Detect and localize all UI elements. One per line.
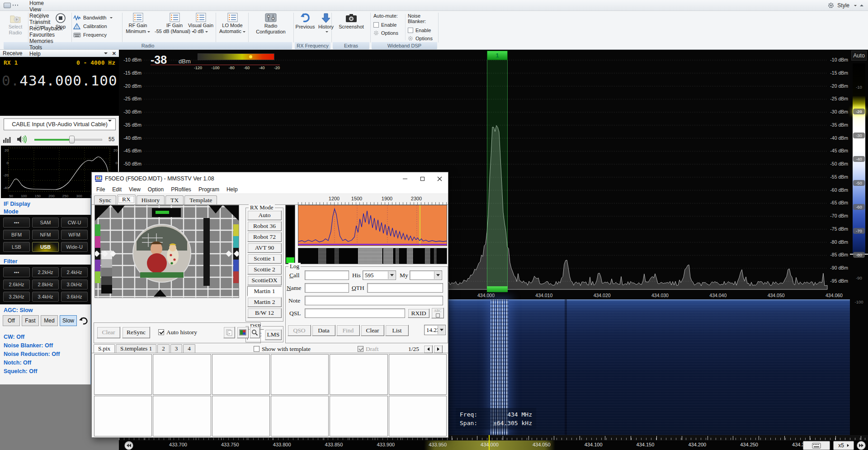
filter-button[interactable]: 2.4kHz xyxy=(61,267,88,277)
mode-button[interactable]: ••• xyxy=(3,218,30,227)
dsp-status-line[interactable]: Noise Blanker: Off xyxy=(4,342,60,349)
calibration-button[interactable]: Calibration xyxy=(73,22,121,30)
name-input[interactable] xyxy=(305,283,349,293)
color-scale-label[interactable]: -60 xyxy=(853,204,865,210)
color-scale-label[interactable]: -40 xyxy=(853,156,865,162)
mmsstv-window[interactable]: F5OEO (F5OEO.MDT) - MMSSTV Ver 1.08 File… xyxy=(91,172,448,438)
mmsstv-title-bar[interactable]: F5OEO (F5OEO.MDT) - MMSSTV Ver 1.08 xyxy=(92,172,448,185)
stored-picture-slot[interactable] xyxy=(271,396,329,436)
sstv-spectrum[interactable] xyxy=(298,205,447,246)
scroll-right-button[interactable] xyxy=(857,441,866,450)
filter-section-title[interactable]: Filter xyxy=(4,258,18,265)
quick-access-toolbar[interactable] xyxy=(0,0,23,10)
mode-button[interactable]: USB xyxy=(32,242,59,252)
stored-picture-slot[interactable] xyxy=(212,354,270,395)
dsp-status-line[interactable]: Noise Reduction: Off xyxy=(4,351,60,357)
color-scale-label[interactable]: -100 xyxy=(853,299,865,304)
ribbon-tab[interactable]: Help xyxy=(23,51,69,57)
frequency-button[interactable]: Frequency xyxy=(73,31,121,38)
frequency-entry-button[interactable] xyxy=(803,441,830,450)
mmsstv-tab[interactable]: Template xyxy=(184,195,217,204)
color-scale-label[interactable]: -20 xyxy=(853,109,865,114)
style-menu[interactable]: Style xyxy=(837,2,849,9)
ribbon-tab[interactable]: Tools xyxy=(23,44,69,51)
audio-device-select[interactable]: CABLE Input (VB-Audio Virtual Cable) xyxy=(4,118,116,130)
my-rst-select[interactable] xyxy=(410,270,442,280)
previous-button[interactable]: Previous xyxy=(295,13,316,42)
channel-highlight-column[interactable] xyxy=(487,60,508,286)
agc-section-title[interactable]: AGC: Slow xyxy=(4,307,33,313)
color-scale-label[interactable]: -50 xyxy=(853,180,865,186)
stored-picture-slot[interactable] xyxy=(330,354,387,395)
stored-picture-slot[interactable] xyxy=(389,354,447,395)
mode-button[interactable]: LSB xyxy=(3,242,30,252)
menu-item[interactable]: Help xyxy=(223,186,241,193)
mode-button[interactable]: CW-U xyxy=(61,218,88,227)
agc-button[interactable]: Med xyxy=(41,315,58,326)
auto-mute-enable[interactable]: Enable xyxy=(373,21,403,29)
resync-button[interactable]: ReSync xyxy=(122,327,150,338)
scroll-left-button[interactable] xyxy=(124,441,133,450)
dsp-status-line[interactable]: Squelch: Off xyxy=(4,368,60,374)
gear-icon[interactable] xyxy=(828,2,834,9)
speaker-icon[interactable] xyxy=(16,135,27,144)
mode-button[interactable]: SAM xyxy=(32,218,59,227)
rx-mode-button[interactable]: Robot 72 xyxy=(247,232,282,242)
ribbon-tab[interactable]: Favourites xyxy=(23,32,69,38)
filter-button[interactable]: ••• xyxy=(3,267,30,277)
stored-picture-slot[interactable] xyxy=(389,396,447,436)
ribbon-tab[interactable]: Home xyxy=(23,0,69,6)
menu-item[interactable]: View xyxy=(125,186,144,193)
mode-section-title[interactable]: Mode xyxy=(4,208,19,215)
filter-button[interactable]: 2.2kHz xyxy=(32,267,59,277)
rx-mode-button[interactable]: Scottie 2 xyxy=(247,265,282,275)
minimize-button[interactable] xyxy=(396,172,414,185)
channel-marker[interactable]: 1 xyxy=(487,51,508,60)
noise-blanker-enable-checkbox[interactable] xyxy=(408,28,413,33)
rx-mode-button[interactable]: B/W 12 xyxy=(247,308,282,318)
call-input[interactable] xyxy=(305,270,349,280)
color-scale-label[interactable]: -30 xyxy=(853,133,865,138)
agc-button[interactable]: Off xyxy=(3,315,20,326)
rx-mode-button[interactable]: Auto xyxy=(247,210,282,220)
stored-picture-slot[interactable] xyxy=(94,396,152,436)
ribbon-tab[interactable]: View xyxy=(23,6,69,13)
panel-close-icon[interactable]: ✕ xyxy=(112,51,116,56)
agc-button[interactable]: Slow xyxy=(60,315,77,326)
auto-history-checkbox[interactable] xyxy=(158,329,164,335)
audio-levels-icon[interactable] xyxy=(3,135,12,143)
picture-tab[interactable]: 4 xyxy=(183,344,195,353)
clear-image-button[interactable]: Clear xyxy=(97,327,120,338)
ribbon-tab[interactable]: Memories xyxy=(23,38,69,44)
radio-configuration-button[interactable]: RadioConfiguration xyxy=(250,13,291,42)
filter-button[interactable]: 3.0kHz xyxy=(61,279,88,289)
next-page-button[interactable] xyxy=(434,345,443,353)
mode-button[interactable]: BFM xyxy=(3,230,30,240)
menu-item[interactable]: Option xyxy=(144,186,167,193)
qsl-input[interactable] xyxy=(305,308,405,318)
stored-picture-slot[interactable] xyxy=(153,396,211,436)
ribbon-tab[interactable]: Rec/Playback xyxy=(23,25,69,32)
rx-mode-button[interactable]: AVT 90 xyxy=(247,243,282,253)
dsp-status-line[interactable]: CW: Off xyxy=(4,334,60,340)
auto-mute-enable-checkbox[interactable] xyxy=(373,22,379,28)
filter-button[interactable]: 3.4kHz xyxy=(32,292,59,302)
history-button[interactable]: History xyxy=(316,13,335,42)
color-scale-label[interactable]: -70 xyxy=(853,228,865,234)
mmsstv-tab[interactable]: Sync xyxy=(94,195,116,204)
volume-slider[interactable] xyxy=(34,135,102,143)
show-with-template-checkbox[interactable] xyxy=(254,346,259,352)
log-frequency-select[interactable]: 14.230 xyxy=(424,325,446,335)
menu-item[interactable]: Program xyxy=(195,186,223,193)
mode-button[interactable]: Wide-U xyxy=(61,242,88,252)
draft-checkbox[interactable] xyxy=(358,346,363,352)
rx-mode-button[interactable]: Martin 1 xyxy=(247,286,282,296)
dsp-status-line[interactable]: Notch: Off xyxy=(4,360,60,366)
menu-item[interactable]: PRofiles xyxy=(167,186,195,193)
rx-mode-button[interactable]: Scottie 1 xyxy=(247,254,282,264)
previous-page-button[interactable] xyxy=(424,345,433,353)
mmsstv-tab[interactable]: History xyxy=(137,195,165,204)
tuned-frequency[interactable]: 0.434.000.100 xyxy=(2,72,118,89)
screenshot-button[interactable]: Screenshot xyxy=(333,13,369,42)
rx-mode-button[interactable]: ScottieDX xyxy=(247,275,282,285)
